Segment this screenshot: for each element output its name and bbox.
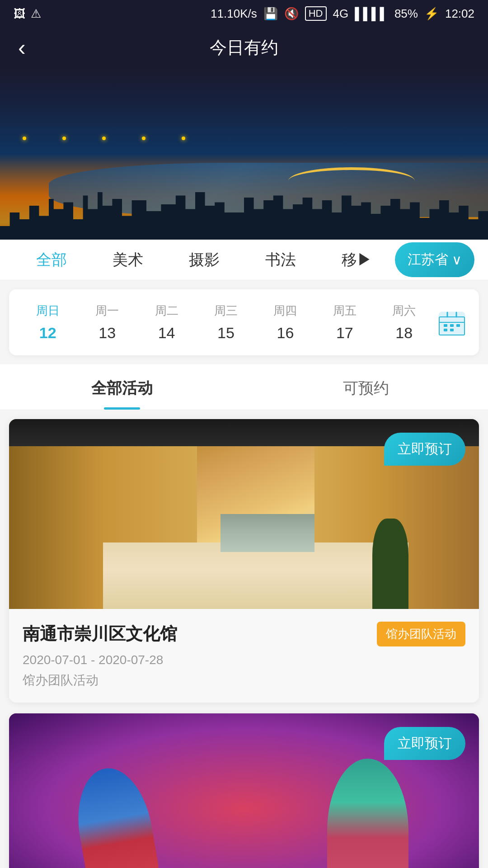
day-num-tue: 14 <box>158 324 175 342</box>
alert-icon: ⚠ <box>31 7 41 21</box>
svg-rect-9 <box>450 329 454 331</box>
svg-rect-0 <box>439 312 465 335</box>
day-name-thu: 周四 <box>273 303 297 319</box>
activity-tabs: 全部活动 可预约 <box>0 364 488 410</box>
light-dot <box>23 137 26 140</box>
category-item-calligraphy[interactable]: 书法 <box>242 240 319 280</box>
page-title: 今日有约 <box>210 36 278 59</box>
day-name-fri: 周五 <box>333 303 357 319</box>
day-num-wed: 15 <box>217 324 235 342</box>
status-left-icons: 🖼 ⚠ <box>14 7 41 21</box>
day-item-sun[interactable]: 周日 12 <box>18 303 77 342</box>
signal-bars: ▌▌▌▌ <box>355 7 388 21</box>
day-item-sat[interactable]: 周六 18 <box>375 303 434 342</box>
card-info-1: 南通市崇川区文化馆 馆办团队活动 2020-07-01 - 2020-07-28… <box>9 609 479 703</box>
calendar-icon <box>437 308 466 337</box>
hero-bridge <box>288 167 415 194</box>
day-num-sat: 18 <box>395 324 413 342</box>
light-dot <box>182 137 185 140</box>
day-item-fri[interactable]: 周五 17 <box>315 303 374 342</box>
calendar-week-strip: 周日 12 周一 13 周二 14 周三 15 周四 16 周五 17 周六 1… <box>9 289 479 355</box>
category-item-mobile[interactable]: 移▶ <box>319 240 395 280</box>
tab-all-activities[interactable]: 全部活动 <box>0 364 244 410</box>
corridor-plant <box>372 519 408 609</box>
svg-rect-6 <box>450 324 454 327</box>
category-filter-bar: 全部 美术 摄影 书法 移▶ 江苏省 ∨ <box>0 240 488 280</box>
day-name-sat: 周六 <box>392 303 416 319</box>
status-bar: 🖼 ⚠ 11.10K/s 💾 🔇 HD 4G ▌▌▌▌ 85% ⚡ 12:02 <box>0 0 488 27</box>
network-speed: 11.10K/s <box>211 7 257 21</box>
card-image-wrap-2: 立即预订 <box>9 713 479 868</box>
signal-icon: 4G <box>333 7 349 21</box>
chevron-down-icon: ∨ <box>452 252 462 268</box>
book-now-badge-1[interactable]: 立即预订 <box>384 433 465 466</box>
corridor-vanish-point <box>221 514 314 552</box>
day-item-wed[interactable]: 周三 15 <box>196 303 255 342</box>
mute-icon: 🔇 <box>284 7 299 21</box>
hero-lights <box>0 137 488 140</box>
charging-icon: ⚡ <box>424 7 439 21</box>
day-num-fri: 17 <box>336 324 353 342</box>
day-name-mon: 周一 <box>95 303 119 319</box>
header: ‹ 今日有约 <box>0 27 488 68</box>
day-item-mon[interactable]: 周一 13 <box>77 303 136 342</box>
card-title-1: 南通市崇川区文化馆 <box>23 623 177 646</box>
light-dot <box>62 137 66 140</box>
clock: 12:02 <box>445 7 474 21</box>
card-desc-1: 馆办团队活动 <box>23 672 465 689</box>
activity-cards-list: 立即预订 南通市崇川区文化馆 馆办团队活动 2020-07-01 - 2020-… <box>0 419 488 868</box>
image-icon: 🖼 <box>14 7 25 21</box>
day-num-mon: 13 <box>99 324 116 342</box>
day-item-tue[interactable]: 周二 14 <box>137 303 196 342</box>
category-item-all[interactable]: 全部 <box>14 240 90 280</box>
svg-rect-8 <box>444 329 447 331</box>
card-image-wrap-1: 立即预订 <box>9 419 479 609</box>
corridor-floor <box>103 542 408 609</box>
storage-icon: 💾 <box>263 7 278 21</box>
card-tag-1: 馆办团队活动 <box>377 622 465 646</box>
activity-card-2[interactable]: 立即预订 <box>9 713 479 868</box>
province-label: 江苏省 <box>408 250 448 269</box>
tab-bookable[interactable]: 可预约 <box>244 364 488 410</box>
day-name-sun: 周日 <box>36 303 60 319</box>
svg-rect-7 <box>456 324 460 327</box>
light-dot <box>102 137 106 140</box>
activity-card-1[interactable]: 立即预订 南通市崇川区文化馆 馆办团队活动 2020-07-01 - 2020-… <box>9 419 479 703</box>
hd-badge: HD <box>305 6 327 21</box>
day-num-sun: 12 <box>39 324 56 342</box>
category-item-art[interactable]: 美术 <box>90 240 166 280</box>
day-num-thu: 16 <box>277 324 294 342</box>
calendar-picker-button[interactable] <box>434 304 470 340</box>
card-date-1: 2020-07-01 - 2020-07-28 <box>23 653 465 667</box>
light-dot <box>142 137 145 140</box>
book-now-badge-2[interactable]: 立即预订 <box>384 727 465 760</box>
day-item-thu[interactable]: 周四 16 <box>256 303 315 342</box>
status-right-info: 11.10K/s 💾 🔇 HD 4G ▌▌▌▌ 85% ⚡ 12:02 <box>211 6 474 21</box>
hero-banner <box>0 68 488 240</box>
card-title-row-1: 南通市崇川区文化馆 馆办团队活动 <box>23 622 465 646</box>
province-selector[interactable]: 江苏省 ∨ <box>395 242 474 277</box>
day-name-tue: 周二 <box>155 303 178 319</box>
battery-level: 85% <box>394 7 418 21</box>
back-button[interactable]: ‹ <box>18 34 26 61</box>
day-name-wed: 周三 <box>214 303 238 319</box>
svg-rect-5 <box>444 324 447 327</box>
category-item-photo[interactable]: 摄影 <box>166 240 243 280</box>
